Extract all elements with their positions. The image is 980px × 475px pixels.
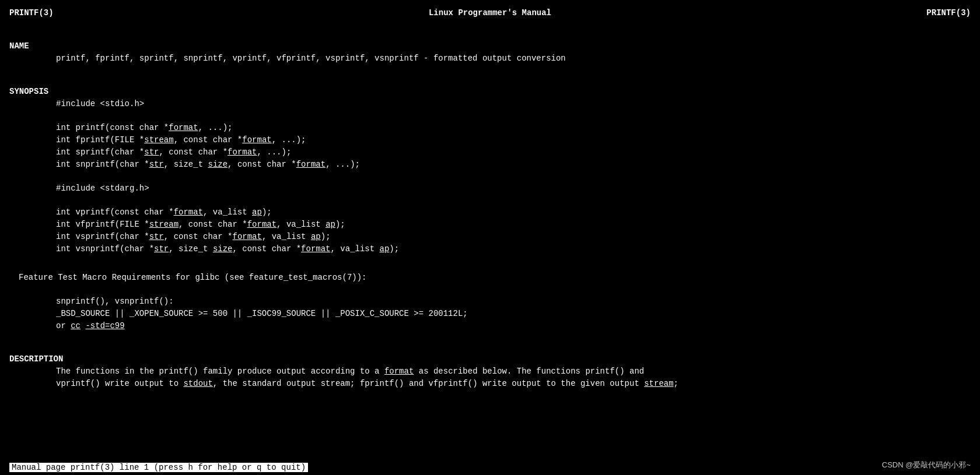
snprintf-label: snprintf(), vsnprintf(): [9,295,971,308]
proto1: int printf(const char *format, ...); [9,122,971,134]
header-line: PRINTF(3) Linux Programmer's Manual PRIN… [0,5,980,22]
description-section: DESCRIPTION The functions in the printf(… [0,335,980,392]
header-left: PRINTF(3) [9,7,54,19]
or-text: or [56,321,71,330]
include-stdarg: #include <stdarg.h> [9,182,971,195]
header-center: Linux Programmer's Manual [429,7,551,19]
cc-link[interactable]: cc [71,321,80,330]
proto3: int sprintf(char *str, const char *forma… [9,146,971,159]
header-right: PRINTF(3) [926,7,971,19]
stdout-link[interactable]: stdout [183,379,212,388]
name-section: NAME printf, fprintf, sprintf, snprintf,… [0,22,980,67]
bsd-source-line: _BSD_SOURCE || _XOPEN_SOURCE >= 500 || _… [9,308,971,320]
name-body: printf, fprintf, sprintf, snprintf, vpri… [9,52,971,65]
name-title: NAME [9,40,971,52]
description-title: DESCRIPTION [9,353,971,365]
include-stdio: #include <stdio.h> [9,98,971,110]
desc-line1: The functions in the printf() family pro… [9,365,971,378]
man-page: PRINTF(3) Linux Programmer's Manual PRIN… [0,0,980,475]
watermark: CSDN @爱敲代码的小邪~ [882,459,971,471]
proto8: int vsnprintf(char *str, size_t size, co… [9,243,971,255]
format-link[interactable]: format [384,367,414,376]
proto2: int fprintf(FILE *stream, const char *fo… [9,134,971,146]
status-bar: Manual page printf(3) line 1 (press h fo… [0,460,980,475]
feature-test-line: Feature Test Macro Requirements for glib… [9,272,971,284]
proto5: int vprintf(const char *format, va_list … [9,206,971,219]
proto7: int vsprintf(char *str, const char *form… [9,231,971,243]
synopsis-title: SYNOPSIS [9,86,971,98]
or-cc-line: or cc -std=c99 [9,320,971,332]
synopsis-section: SYNOPSIS #include <stdio.h> int printf(c… [0,67,980,258]
proto6: int vfprintf(FILE *stream, const char *f… [9,219,971,231]
feature-test-section: Feature Test Macro Requirements for glib… [0,258,980,335]
status-bar-text: Manual page printf(3) line 1 (press h fo… [9,463,308,472]
desc-line2: vprintf() write output to stdout, the st… [9,378,971,390]
std-link[interactable]: -std=c99 [85,321,124,330]
stream-link[interactable]: stream [644,379,673,388]
proto4: int snprintf(char *str, size_t size, con… [9,159,971,171]
